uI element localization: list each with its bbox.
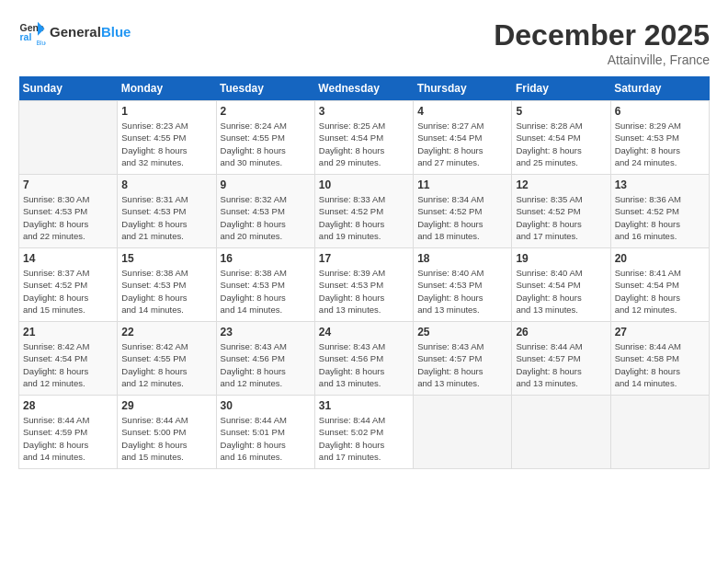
day-number: 5: [516, 105, 606, 118]
day-number: 22: [121, 326, 211, 339]
calendar-table: SundayMondayTuesdayWednesdayThursdayFrid…: [18, 76, 710, 469]
calendar-cell: 6Sunrise: 8:29 AM Sunset: 4:53 PM Daylig…: [610, 101, 709, 175]
day-info: Sunrise: 8:39 AM Sunset: 4:53 PM Dayligh…: [319, 267, 409, 316]
logo: Gene ral Blue GeneralBlue: [18, 18, 131, 46]
day-number: 16: [221, 252, 311, 265]
day-info: Sunrise: 8:25 AM Sunset: 4:54 PM Dayligh…: [319, 120, 409, 168]
day-info: Sunrise: 8:36 AM Sunset: 4:52 PM Dayligh…: [615, 193, 705, 242]
day-info: Sunrise: 8:44 AM Sunset: 5:02 PM Dayligh…: [319, 414, 409, 463]
calendar-cell: 18Sunrise: 8:40 AM Sunset: 4:53 PM Dayli…: [414, 248, 512, 322]
day-number: 17: [319, 252, 409, 265]
calendar-cell: 12Sunrise: 8:35 AM Sunset: 4:52 PM Dayli…: [512, 175, 610, 248]
day-info: Sunrise: 8:23 AM Sunset: 4:55 PM Dayligh…: [121, 120, 211, 168]
day-number: 28: [23, 399, 113, 412]
day-header-tuesday: Tuesday: [216, 76, 314, 101]
day-info: Sunrise: 8:42 AM Sunset: 4:54 PM Dayligh…: [23, 340, 113, 389]
logo-blue: Blue: [101, 24, 131, 40]
calendar-cell: 15Sunrise: 8:38 AM Sunset: 4:53 PM Dayli…: [118, 248, 216, 322]
day-number: 24: [319, 326, 409, 339]
calendar-cell: 29Sunrise: 8:44 AM Sunset: 5:00 PM Dayli…: [118, 396, 216, 469]
calendar-cell: [414, 396, 512, 469]
calendar-header-row: SundayMondayTuesdayWednesdayThursdayFrid…: [19, 76, 710, 101]
calendar-cell: 9Sunrise: 8:32 AM Sunset: 4:53 PM Daylig…: [216, 175, 314, 248]
title-section: December 2025 Attainville, France: [494, 18, 710, 67]
day-info: Sunrise: 8:43 AM Sunset: 4:57 PM Dayligh…: [417, 340, 507, 389]
calendar-cell: 20Sunrise: 8:41 AM Sunset: 4:54 PM Dayli…: [610, 248, 709, 322]
day-info: Sunrise: 8:40 AM Sunset: 4:53 PM Dayligh…: [417, 267, 507, 316]
day-info: Sunrise: 8:28 AM Sunset: 4:54 PM Dayligh…: [516, 120, 606, 168]
svg-text:Blue: Blue: [37, 40, 47, 46]
day-number: 6: [615, 105, 705, 118]
day-number: 15: [121, 252, 211, 265]
day-header-wednesday: Wednesday: [314, 76, 413, 101]
day-header-friday: Friday: [512, 76, 610, 101]
day-header-thursday: Thursday: [414, 76, 512, 101]
day-info: Sunrise: 8:24 AM Sunset: 4:55 PM Dayligh…: [221, 120, 311, 168]
day-info: Sunrise: 8:43 AM Sunset: 4:56 PM Dayligh…: [221, 340, 311, 389]
location-subtitle: Attainville, France: [494, 52, 710, 67]
day-number: 8: [121, 178, 211, 191]
day-number: 21: [23, 326, 113, 339]
calendar-week-row: 28Sunrise: 8:44 AM Sunset: 4:59 PM Dayli…: [19, 396, 710, 469]
calendar-cell: 1Sunrise: 8:23 AM Sunset: 4:55 PM Daylig…: [118, 101, 216, 175]
day-info: Sunrise: 8:32 AM Sunset: 4:53 PM Dayligh…: [221, 193, 311, 242]
day-info: Sunrise: 8:43 AM Sunset: 4:56 PM Dayligh…: [319, 340, 409, 389]
day-info: Sunrise: 8:40 AM Sunset: 4:54 PM Dayligh…: [516, 267, 606, 316]
day-number: 18: [417, 252, 507, 265]
day-info: Sunrise: 8:44 AM Sunset: 5:01 PM Dayligh…: [221, 414, 311, 463]
day-header-monday: Monday: [118, 76, 216, 101]
calendar-cell: 26Sunrise: 8:44 AM Sunset: 4:57 PM Dayli…: [512, 322, 610, 396]
calendar-cell: 19Sunrise: 8:40 AM Sunset: 4:54 PM Dayli…: [512, 248, 610, 322]
calendar-week-row: 14Sunrise: 8:37 AM Sunset: 4:52 PM Dayli…: [19, 248, 710, 322]
day-number: 19: [516, 252, 606, 265]
day-info: Sunrise: 8:38 AM Sunset: 4:53 PM Dayligh…: [121, 267, 211, 316]
page-header: Gene ral Blue GeneralBlue December 2025 …: [18, 18, 710, 67]
day-number: 9: [221, 178, 311, 191]
calendar-cell: 4Sunrise: 8:27 AM Sunset: 4:54 PM Daylig…: [414, 101, 512, 175]
calendar-cell: 25Sunrise: 8:43 AM Sunset: 4:57 PM Dayli…: [414, 322, 512, 396]
calendar-cell: 24Sunrise: 8:43 AM Sunset: 4:56 PM Dayli…: [314, 322, 413, 396]
day-number: 20: [615, 252, 705, 265]
calendar-cell: 11Sunrise: 8:34 AM Sunset: 4:52 PM Dayli…: [414, 175, 512, 248]
day-number: 7: [23, 178, 113, 191]
calendar-cell: 28Sunrise: 8:44 AM Sunset: 4:59 PM Dayli…: [19, 396, 118, 469]
day-number: 23: [221, 326, 311, 339]
day-header-saturday: Saturday: [610, 76, 709, 101]
day-info: Sunrise: 8:37 AM Sunset: 4:52 PM Dayligh…: [23, 267, 113, 316]
calendar-cell: 30Sunrise: 8:44 AM Sunset: 5:01 PM Dayli…: [216, 396, 314, 469]
day-number: 10: [319, 178, 409, 191]
day-info: Sunrise: 8:31 AM Sunset: 4:53 PM Dayligh…: [121, 193, 211, 242]
calendar-cell: 5Sunrise: 8:28 AM Sunset: 4:54 PM Daylig…: [512, 101, 610, 175]
logo-text: GeneralBlue: [50, 25, 131, 40]
calendar-cell: 22Sunrise: 8:42 AM Sunset: 4:55 PM Dayli…: [118, 322, 216, 396]
day-header-sunday: Sunday: [19, 76, 118, 101]
day-number: 25: [417, 326, 507, 339]
calendar-cell: 16Sunrise: 8:38 AM Sunset: 4:53 PM Dayli…: [216, 248, 314, 322]
logo-icon: Gene ral Blue: [18, 18, 46, 46]
calendar-cell: [610, 396, 709, 469]
calendar-cell: 10Sunrise: 8:33 AM Sunset: 4:52 PM Dayli…: [314, 175, 413, 248]
month-title: December 2025: [494, 18, 710, 52]
day-number: 11: [417, 178, 507, 191]
logo-general: General: [50, 24, 101, 40]
calendar-week-row: 7Sunrise: 8:30 AM Sunset: 4:53 PM Daylig…: [19, 175, 710, 248]
day-info: Sunrise: 8:29 AM Sunset: 4:53 PM Dayligh…: [615, 120, 705, 168]
calendar-cell: 3Sunrise: 8:25 AM Sunset: 4:54 PM Daylig…: [314, 101, 413, 175]
calendar-cell: 21Sunrise: 8:42 AM Sunset: 4:54 PM Dayli…: [19, 322, 118, 396]
day-info: Sunrise: 8:27 AM Sunset: 4:54 PM Dayligh…: [417, 120, 507, 168]
calendar-cell: 13Sunrise: 8:36 AM Sunset: 4:52 PM Dayli…: [610, 175, 709, 248]
day-number: 30: [221, 399, 311, 412]
day-number: 12: [516, 178, 606, 191]
svg-text:ral: ral: [20, 31, 32, 42]
calendar-cell: [19, 101, 118, 175]
day-info: Sunrise: 8:35 AM Sunset: 4:52 PM Dayligh…: [516, 193, 606, 242]
calendar-week-row: 1Sunrise: 8:23 AM Sunset: 4:55 PM Daylig…: [19, 101, 710, 175]
day-number: 4: [417, 105, 507, 118]
calendar-cell: 7Sunrise: 8:30 AM Sunset: 4:53 PM Daylig…: [19, 175, 118, 248]
day-number: 1: [121, 105, 211, 118]
calendar-cell: 27Sunrise: 8:44 AM Sunset: 4:58 PM Dayli…: [610, 322, 709, 396]
day-info: Sunrise: 8:44 AM Sunset: 4:59 PM Dayligh…: [23, 414, 113, 463]
calendar-week-row: 21Sunrise: 8:42 AM Sunset: 4:54 PM Dayli…: [19, 322, 710, 396]
calendar-cell: 2Sunrise: 8:24 AM Sunset: 4:55 PM Daylig…: [216, 101, 314, 175]
day-info: Sunrise: 8:44 AM Sunset: 5:00 PM Dayligh…: [121, 414, 211, 463]
